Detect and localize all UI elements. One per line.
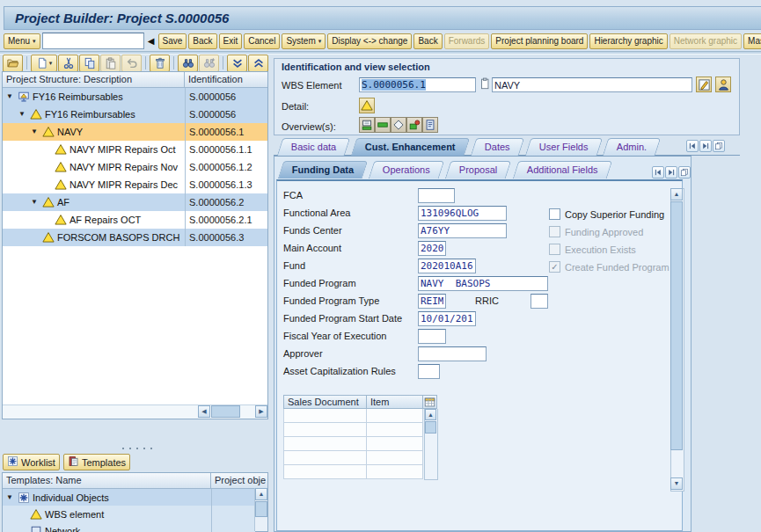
sales-document-cell[interactable]: [283, 409, 367, 423]
command-field[interactable]: [42, 33, 144, 49]
expander-icon[interactable]: ▼: [31, 199, 38, 206]
hscroll-thumb[interactable]: [211, 405, 240, 418]
collapse-all-button[interactable]: [248, 55, 268, 72]
sales-table-row[interactable]: [283, 465, 437, 479]
expander-icon[interactable]: ▼: [31, 128, 38, 135]
nav-last-button[interactable]: [665, 166, 677, 179]
form-scroll-thumb[interactable]: [670, 201, 683, 450]
form-scroll-up-icon[interactable]: ▲: [670, 188, 683, 200]
nav-last-button[interactable]: [699, 140, 712, 152]
fund-input[interactable]: [418, 259, 476, 273]
project-planning-board-button[interactable]: Project planning board: [491, 33, 588, 49]
inner-tab-additional-fields[interactable]: Additional Fields: [512, 161, 611, 179]
create-button[interactable]: ▾: [31, 55, 57, 72]
person-button[interactable]: [715, 77, 731, 92]
back-button[interactable]: Back: [188, 33, 216, 49]
funded-program-type-input[interactable]: [418, 294, 446, 309]
nav-overview-button[interactable]: [713, 140, 725, 152]
sales-scroll-thumb[interactable]: [425, 421, 436, 434]
tree-row-forscom-basops-drch[interactable]: FORSCOM BASOPS DRCHS.0000056.3: [3, 229, 267, 246]
cut-button[interactable]: [58, 55, 78, 72]
wbs-element-input[interactable]: S.0000056.1: [359, 77, 476, 92]
system-button[interactable]: System▾: [282, 33, 326, 49]
back-button[interactable]: Back: [413, 33, 442, 49]
sales-table-row[interactable]: [283, 423, 437, 437]
copy-button[interactable]: [79, 55, 99, 72]
edit-button[interactable]: [696, 77, 712, 92]
item-cell[interactable]: [367, 451, 423, 465]
expander-icon[interactable]: ▼: [6, 494, 13, 501]
nav-overview-button[interactable]: [678, 166, 691, 179]
table-config-button[interactable]: [423, 395, 437, 409]
funds-center-input[interactable]: [418, 223, 507, 238]
sales-document-cell[interactable]: [283, 451, 367, 465]
wbs-description-input[interactable]: [492, 77, 692, 92]
outer-tab-admin[interactable]: Admin.: [603, 138, 662, 156]
worklist-button[interactable]: Worklist: [3, 454, 60, 470]
form-scroll-down-icon[interactable]: ▼: [670, 477, 683, 490]
item-cell[interactable]: [367, 465, 423, 479]
sales-document-cell[interactable]: [283, 423, 367, 437]
inner-tab-proposal[interactable]: Proposal: [445, 161, 512, 179]
clipboard-icon[interactable]: [479, 77, 491, 91]
tree-row-navy-mipr-repairs-oct[interactable]: NAVY MIPR Repairs OctS.0000056.1.1: [3, 141, 267, 158]
outer-tab-user-fields[interactable]: User Fields: [525, 138, 603, 156]
item-cell[interactable]: [367, 437, 423, 451]
tree-row-navy-mipr-repairs-dec[interactable]: NAVY MIPR Repairs DecS.0000056.1.3: [3, 176, 267, 193]
find-button[interactable]: [178, 55, 198, 72]
asset-capitalization-rules-input[interactable]: [418, 364, 440, 379]
sales-table-vscrollbar[interactable]: ▲: [424, 409, 438, 480]
nav-first-button[interactable]: [686, 140, 699, 152]
templates-scroll-thumb[interactable]: [255, 501, 267, 517]
outer-tab-cust-enhancement[interactable]: Cust. Enhancement: [351, 138, 470, 156]
templates-button[interactable]: Templates: [63, 454, 130, 470]
mass-c-button[interactable]: Mass c: [743, 33, 761, 49]
hierarchy-graphic-button[interactable]: Hierarchy graphic: [589, 33, 667, 49]
menu-button[interactable]: Menu▾: [4, 33, 40, 49]
expander-icon[interactable]: ▼: [6, 93, 13, 100]
sales-table-row[interactable]: [283, 409, 437, 423]
inner-tab-funding-data[interactable]: Funding Data: [278, 161, 369, 179]
sales-scroll-up-icon[interactable]: ▲: [425, 409, 436, 420]
nav-first-button[interactable]: [652, 166, 664, 179]
main-account-input[interactable]: [418, 241, 446, 256]
open-folder-button[interactable]: [3, 55, 23, 72]
save-button[interactable]: Save: [158, 33, 187, 49]
sales-table-row[interactable]: [283, 451, 437, 465]
outer-tab-basic-data[interactable]: Basic data: [277, 138, 351, 156]
tree-row-network[interactable]: Network: [3, 522, 267, 532]
item-cell[interactable]: [367, 423, 423, 437]
collapse-command-icon[interactable]: ◀: [146, 36, 157, 46]
expand-all-button[interactable]: [227, 55, 247, 72]
scroll-left-icon[interactable]: ◀: [198, 405, 210, 418]
functional-area-input[interactable]: [418, 206, 507, 221]
tree-row-af-repairs-oct[interactable]: AF Repairs OCTS.0000056.2.1: [3, 211, 267, 229]
tree-row-fy16-reimbursables[interactable]: ▼FY16 ReimbursablesS.0000056: [3, 88, 267, 106]
structure-hscrollbar[interactable]: ◀ ▶: [3, 404, 267, 419]
inner-tab-operations[interactable]: Operations: [369, 161, 444, 179]
detail-wbs-button[interactable]: [359, 98, 375, 113]
tree-row-navy-mipr-repairs-nov[interactable]: NAVY MIPR Repairs NovS.0000056.1.2: [3, 158, 267, 176]
sales-table-row[interactable]: [283, 437, 437, 451]
form-vscrollbar[interactable]: ▲ ▼: [670, 188, 684, 492]
rric-input[interactable]: [531, 294, 548, 309]
fiscal-year-of-execution-input[interactable]: [418, 329, 446, 344]
funded-program-start-date-input[interactable]: [418, 311, 476, 326]
exit-button[interactable]: Exit: [219, 33, 243, 49]
activity-overview-button[interactable]: [375, 117, 391, 133]
text-overview-button[interactable]: [422, 117, 438, 133]
approver-input[interactable]: [418, 346, 487, 361]
tree-row-wbs-element[interactable]: WBS element: [3, 506, 267, 522]
item-cell[interactable]: [367, 409, 423, 423]
component-overview-button[interactable]: [406, 117, 422, 133]
sales-document-cell[interactable]: [283, 465, 367, 479]
tree-row-af[interactable]: ▼AFS.0000056.2: [3, 193, 267, 211]
splitter-handle[interactable]: [120, 447, 155, 450]
templates-vscrollbar[interactable]: ▲: [254, 488, 267, 531]
outer-tab-dates[interactable]: Dates: [471, 138, 524, 156]
copy-superior-funding-checkbox[interactable]: [549, 208, 560, 220]
templates-scroll-up-icon[interactable]: ▲: [255, 488, 267, 500]
cancel-button[interactable]: Cancel: [244, 33, 280, 49]
fca-input[interactable]: [418, 188, 455, 203]
tree-row-fy16-reimbursables[interactable]: ▼FY16 ReimbursablesS.0000056: [3, 106, 267, 123]
